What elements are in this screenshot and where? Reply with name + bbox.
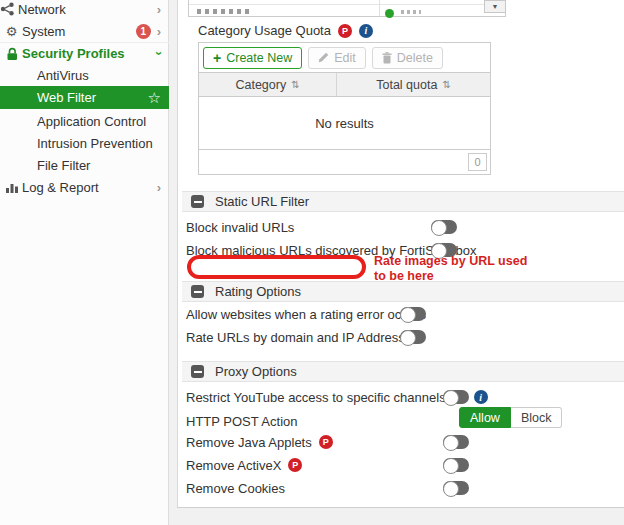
clipped-text [401, 10, 421, 14]
sidebar-item-web-filter[interactable]: Web Filter ☆ [0, 86, 169, 109]
sidebar-item-label: System [22, 24, 65, 39]
chevron-right-icon: › [157, 3, 161, 16]
chevron-down-icon: › [152, 51, 165, 55]
info-icon[interactable]: i [474, 390, 488, 404]
delete-button[interactable]: Delete [372, 47, 443, 69]
plus-icon: + [213, 51, 221, 65]
column-label: Category [235, 78, 286, 92]
sidebar-item-label: Web Filter [37, 90, 96, 105]
sidebar-item-file-filter[interactable]: File Filter [0, 154, 169, 176]
chart-icon [3, 180, 20, 194]
pencil-icon [318, 52, 329, 63]
proxy-feature-icon: P [319, 435, 333, 449]
web-filter-settings-panel: ▼ Category Usage Quota P i + Create New … [177, 0, 624, 508]
sidebar-item-antivirus[interactable]: AntiVirus [0, 64, 169, 86]
allow-status-dot [385, 9, 394, 18]
dropdown-arrow-button[interactable]: ▼ [484, 0, 506, 13]
table-footer: 0 [199, 149, 490, 174]
sidebar-item-label: Log & Report [22, 180, 99, 195]
annotation-text: Rate images by URL used to be here [374, 254, 527, 284]
remove-activex-toggle[interactable] [443, 458, 469, 472]
option-remove-activex: Remove ActiveX P [186, 456, 302, 474]
collapse-icon[interactable] [191, 195, 204, 208]
option-label: Allow websites when a rating error occur… [186, 307, 426, 322]
collapse-icon[interactable] [191, 285, 204, 298]
trash-icon [382, 52, 392, 64]
sidebar-item-application-control[interactable]: Application Control [0, 110, 169, 132]
empty-text: No results [315, 116, 374, 131]
network-icon [0, 2, 16, 16]
lock-icon [3, 47, 20, 61]
category-quota-table: + Create New Edit Delete Category ⇅ [198, 42, 491, 175]
option-label: Remove Cookies [186, 481, 285, 496]
sidebar-item-label: File Filter [37, 158, 90, 173]
option-allow-websites-rating-error: Allow websites when a rating error occur… [186, 305, 426, 323]
button-label: Delete [397, 51, 433, 65]
column-header-total-quota[interactable]: Total quota ⇅ [337, 73, 490, 96]
clipped-text [197, 9, 249, 14]
row-count: 0 [468, 153, 487, 171]
category-usage-quota-heading: Category Usage Quota P i [198, 23, 373, 38]
sidebar-item-label: AntiVirus [37, 68, 89, 83]
section-header-rating-options[interactable]: Rating Options [182, 281, 624, 302]
section-label: Category Usage Quota [198, 23, 331, 38]
allow-option-button[interactable]: Allow [459, 407, 511, 428]
remove-java-applets-toggle[interactable] [443, 435, 469, 449]
table-empty-state: No results [199, 97, 490, 149]
sort-icon: ⇅ [291, 79, 299, 90]
section-title: Static URL Filter [215, 194, 309, 209]
section-header-static-url-filter[interactable]: Static URL Filter [182, 191, 624, 212]
option-http-post-action: HTTP POST Action [186, 412, 298, 430]
remove-cookies-toggle[interactable] [443, 481, 469, 495]
clipped-category-table [188, 0, 506, 17]
block-invalid-urls-toggle[interactable] [431, 220, 457, 234]
sidebar-item-security-profiles[interactable]: Security Profiles › [0, 42, 169, 64]
option-label: Remove ActiveX [186, 458, 281, 473]
option-remove-cookies: Remove Cookies [186, 479, 285, 497]
annotation-oval [187, 255, 366, 279]
rate-urls-domain-ip-toggle[interactable] [400, 330, 426, 344]
http-post-action-segment: Allow Block [459, 407, 562, 428]
sort-icon: ⇅ [442, 79, 450, 90]
gear-icon: ⚙ [3, 24, 20, 39]
option-rate-urls-domain-ip: Rate URLs by domain and IP Address [186, 328, 405, 346]
table-header: Category ⇅ Total quota ⇅ [199, 72, 490, 97]
option-label: Restrict YouTube access to specific chan… [186, 390, 446, 405]
option-block-invalid-urls: Block invalid URLs [186, 218, 294, 236]
divider [189, 4, 505, 5]
edit-button[interactable]: Edit [308, 47, 366, 69]
column-header-category[interactable]: Category ⇅ [199, 73, 337, 96]
proxy-feature-icon: P [338, 24, 352, 38]
sidebar-item-label: Application Control [37, 114, 146, 129]
allow-websites-rating-error-toggle[interactable] [400, 307, 426, 321]
sidebar-item-intrusion-prevention[interactable]: Intrusion Prevention [0, 132, 169, 154]
sidebar-item-system[interactable]: ⚙ System 1 › [0, 20, 169, 42]
section-header-proxy-options[interactable]: Proxy Options [182, 361, 624, 382]
collapse-icon[interactable] [191, 365, 204, 378]
proxy-feature-icon: P [288, 458, 302, 472]
option-remove-java-applets: Remove Java Applets P [186, 433, 333, 451]
info-icon[interactable]: i [359, 24, 373, 38]
sidebar-item-label: Intrusion Prevention [37, 136, 153, 151]
button-label: Create New [226, 51, 292, 65]
block-option-button[interactable]: Block [511, 407, 563, 428]
create-new-button[interactable]: + Create New [203, 47, 302, 69]
button-label: Edit [334, 51, 356, 65]
sidebar-item-log-report[interactable]: Log & Report › [0, 176, 169, 198]
sidebar-item-network[interactable]: Network › [0, 0, 169, 20]
option-label: Rate URLs by domain and IP Address [186, 330, 405, 345]
option-label: Block invalid URLs [186, 220, 294, 235]
page: Network › ⚙ System 1 › Security Profiles… [0, 0, 624, 525]
chevron-right-icon: › [157, 181, 161, 194]
column-label: Total quota [376, 78, 437, 92]
sidebar: Network › ⚙ System 1 › Security Profiles… [0, 0, 169, 525]
favorite-star-icon[interactable]: ☆ [148, 90, 161, 105]
annotation-line: Rate images by URL used [374, 254, 527, 269]
sidebar-item-label: Security Profiles [22, 46, 125, 61]
dropdown-arrow-icon: ▼ [492, 3, 499, 10]
section-title: Rating Options [215, 284, 301, 299]
option-label: HTTP POST Action [186, 414, 298, 429]
chevron-right-icon: › [157, 25, 161, 38]
section-title: Proxy Options [215, 364, 297, 379]
restrict-youtube-toggle[interactable] [443, 390, 469, 404]
